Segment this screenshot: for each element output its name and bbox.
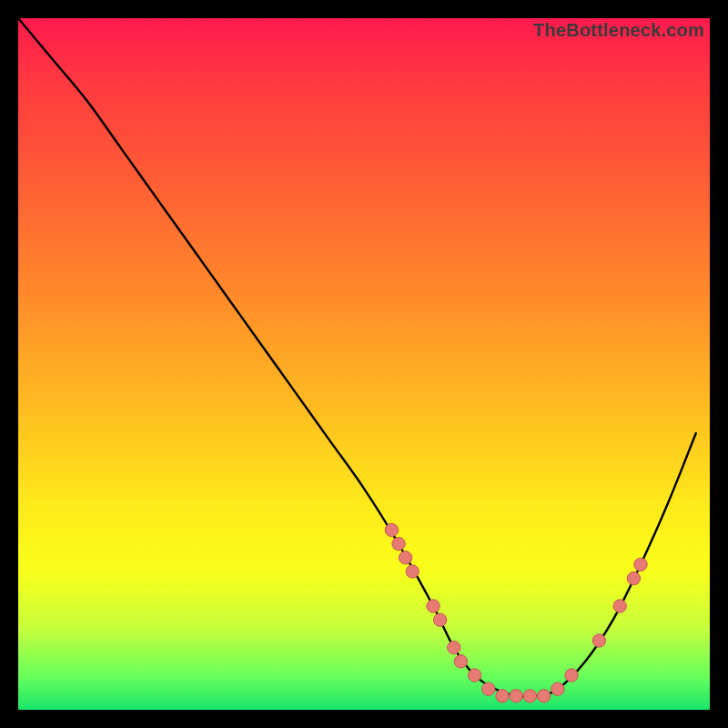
curve-marker [399,551,411,564]
curve-marker [392,537,405,550]
curve-marker [537,690,550,703]
curve-marker [565,669,578,682]
curve-marker [496,690,509,703]
curve-marker [385,523,398,536]
curve-marker [433,613,446,626]
curve-marker [627,571,640,584]
chart-svg [18,18,710,710]
chart-frame: TheBottleneck.com [18,18,710,710]
curve-marker [634,558,647,571]
curve-marker [510,690,522,703]
curve-marker [468,669,480,682]
curve-markers [385,523,647,703]
curve-marker [448,641,460,653]
curve-marker [592,634,605,647]
curve-marker [427,600,440,612]
curve-marker [454,655,467,668]
curve-marker [406,565,419,578]
bottleneck-curve [18,18,696,697]
curve-marker [551,682,564,695]
curve-marker [482,682,495,695]
curve-marker [613,600,626,612]
curve-marker [523,690,536,703]
watermark-text: TheBottleneck.com [533,20,704,41]
